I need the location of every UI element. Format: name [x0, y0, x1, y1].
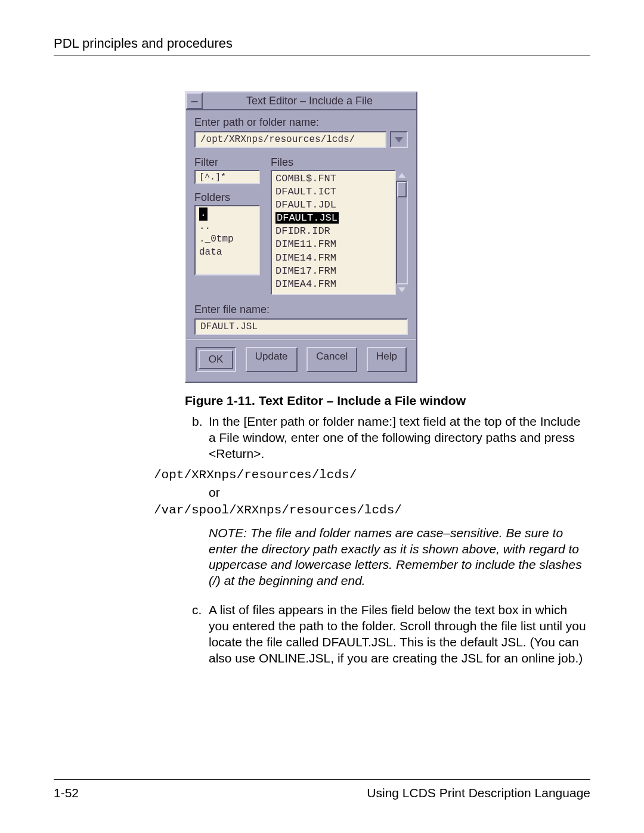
ok-button[interactable]: OK	[199, 350, 233, 369]
file-item[interactable]: DFAULT.ICT	[275, 185, 391, 199]
path-input[interactable]: /opt/XRXnps/resources/lcds/	[194, 131, 386, 148]
dialog-title: Text Editor – Include a File	[203, 93, 416, 109]
files-list[interactable]: COMBL$.FNT DFAULT.ICT DFAULT.JDL DFAULT.…	[271, 170, 396, 295]
path-option-2: /var/spool/XRXnps/resources/lcds/	[154, 503, 590, 517]
or-text: or	[209, 485, 590, 500]
step-b-text: In the [Enter path or folder name:] text…	[209, 414, 580, 460]
folders-label: Folders	[194, 191, 260, 204]
dialog-figure: – Text Editor – Include a File Enter pat…	[185, 91, 590, 383]
file-item[interactable]: DFAULT.JDL	[275, 199, 391, 212]
cancel-button[interactable]: Cancel	[306, 347, 357, 372]
folders-list[interactable]: . .. ._0tmp data	[194, 205, 260, 275]
file-item[interactable]: DIME14.FRM	[275, 252, 391, 265]
filter-label: Filter	[194, 156, 260, 169]
step-c-text: A list of files appears in the Files fie…	[209, 603, 586, 665]
files-scrollbar[interactable]	[396, 170, 408, 295]
folder-item[interactable]: ._0tmp	[199, 234, 234, 244]
file-item[interactable]: DIME11.FRM	[275, 238, 391, 251]
default-button-frame: OK	[196, 347, 236, 372]
folder-item[interactable]: data	[199, 247, 222, 258]
file-item[interactable]: DIMEA4.FRM	[275, 278, 391, 291]
scroll-up-icon[interactable]	[396, 170, 408, 181]
filename-prompt: Enter file name:	[194, 304, 408, 316]
filename-input[interactable]: DFAULT.JSL	[194, 318, 408, 335]
step-c: c.A list of files appears in the Files f…	[209, 602, 590, 667]
files-label: Files	[271, 156, 408, 169]
file-item[interactable]: DIME17.FRM	[275, 265, 391, 278]
file-item[interactable]: DFIDR.IDR	[275, 225, 391, 238]
chevron-down-icon	[395, 137, 403, 143]
doc-title: Using LCDS Print Description Language	[367, 786, 590, 800]
update-button[interactable]: Update	[246, 347, 298, 372]
file-item[interactable]: DFAULT.JSL	[275, 212, 339, 224]
note-text: NOTE: The file and folder names are case…	[209, 525, 590, 590]
file-item[interactable]: COMBL$.FNT	[275, 172, 391, 185]
folder-item[interactable]: ..	[199, 221, 210, 232]
scroll-down-icon[interactable]	[396, 284, 408, 295]
scroll-track[interactable]	[396, 181, 408, 284]
figure-caption: Figure 1-11. Text Editor – Include a Fil…	[185, 394, 590, 408]
separator	[186, 339, 416, 340]
page-number: 1-52	[54, 786, 79, 800]
include-file-dialog: – Text Editor – Include a File Enter pat…	[185, 91, 417, 383]
window-menu-icon[interactable]: –	[186, 92, 203, 109]
filter-input[interactable]: [^.]*	[194, 170, 260, 184]
path-dropdown-button[interactable]	[390, 131, 408, 148]
folder-item[interactable]: .	[199, 208, 208, 221]
path-option-1: /opt/XRXnps/resources/lcds/	[154, 468, 590, 482]
step-b: b.In the [Enter path or folder name:] te…	[209, 414, 590, 462]
scroll-thumb[interactable]	[397, 182, 407, 197]
page-header: PDL principles and procedures	[54, 36, 590, 55]
section-title: PDL principles and procedures	[54, 36, 233, 51]
page-footer: 1-52 Using LCDS Print Description Langua…	[54, 779, 590, 800]
help-button[interactable]: Help	[367, 347, 407, 372]
title-bar: – Text Editor – Include a File	[186, 92, 416, 110]
path-prompt: Enter path or folder name:	[194, 116, 408, 129]
button-row: OK Update Cancel Help	[194, 347, 408, 374]
